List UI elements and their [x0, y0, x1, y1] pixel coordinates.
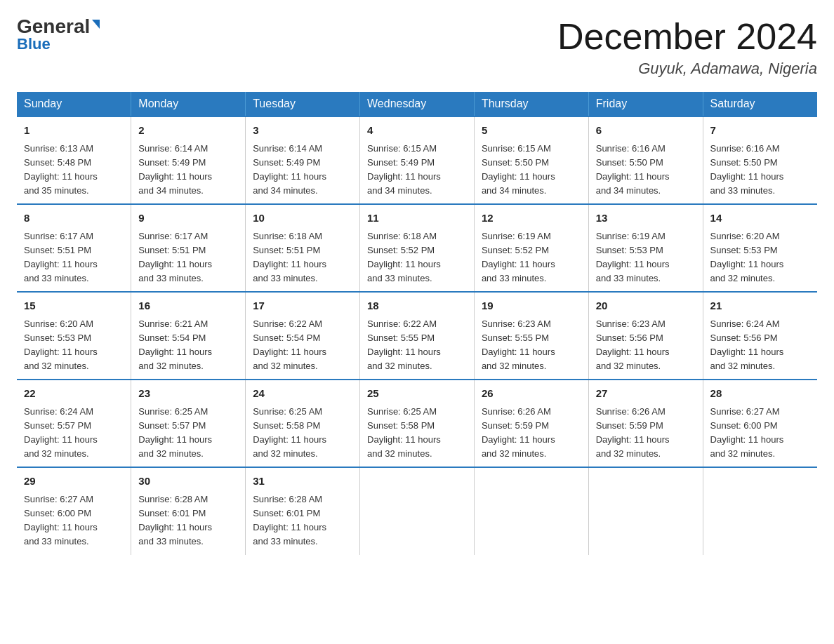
header-day-thursday: Thursday	[474, 92, 588, 116]
calendar-cell: 26Sunrise: 6:26 AMSunset: 5:59 PMDayligh…	[474, 380, 588, 467]
day-info: Sunrise: 6:17 AMSunset: 5:51 PMDaylight:…	[138, 229, 238, 286]
location-subtitle: Guyuk, Adamawa, Nigeria	[557, 60, 817, 78]
day-info: Sunrise: 6:20 AMSunset: 5:53 PMDaylight:…	[24, 317, 124, 374]
logo-blue: Blue	[17, 35, 51, 53]
page-header: General Blue December 2024 Guyuk, Adamaw…	[17, 17, 817, 78]
day-number: 13	[596, 210, 696, 227]
day-info: Sunrise: 6:19 AMSunset: 5:53 PMDaylight:…	[596, 229, 696, 286]
calendar-cell: 5Sunrise: 6:15 AMSunset: 5:50 PMDaylight…	[474, 116, 588, 204]
day-number: 28	[710, 386, 810, 402]
calendar-cell: 10Sunrise: 6:18 AMSunset: 5:51 PMDayligh…	[246, 204, 360, 292]
calendar-cell: 11Sunrise: 6:18 AMSunset: 5:52 PMDayligh…	[360, 204, 475, 292]
calendar-cell	[588, 467, 703, 554]
calendar-body: 1Sunrise: 6:13 AMSunset: 5:48 PMDaylight…	[17, 116, 817, 554]
day-number: 19	[482, 298, 581, 314]
day-number: 30	[138, 474, 238, 490]
day-number: 31	[253, 474, 352, 490]
day-number: 21	[710, 298, 810, 314]
calendar-cell: 15Sunrise: 6:20 AMSunset: 5:53 PMDayligh…	[17, 292, 131, 380]
day-info: Sunrise: 6:26 AMSunset: 5:59 PMDaylight:…	[596, 405, 696, 462]
day-number: 4	[367, 123, 467, 139]
day-info: Sunrise: 6:28 AMSunset: 6:01 PMDaylight:…	[253, 492, 352, 549]
day-number: 15	[24, 298, 124, 314]
calendar-cell: 9Sunrise: 6:17 AMSunset: 5:51 PMDaylight…	[131, 204, 246, 292]
header-day-tuesday: Tuesday	[246, 92, 360, 116]
day-number: 17	[253, 298, 352, 314]
calendar-cell	[360, 467, 475, 554]
day-info: Sunrise: 6:20 AMSunset: 5:53 PMDaylight:…	[710, 229, 810, 286]
day-info: Sunrise: 6:28 AMSunset: 6:01 PMDaylight:…	[138, 492, 238, 549]
week-row-1: 1Sunrise: 6:13 AMSunset: 5:48 PMDaylight…	[17, 116, 817, 204]
day-number: 16	[138, 298, 238, 314]
day-info: Sunrise: 6:22 AMSunset: 5:54 PMDaylight:…	[253, 317, 352, 374]
day-info: Sunrise: 6:21 AMSunset: 5:54 PMDaylight:…	[138, 317, 238, 374]
day-info: Sunrise: 6:14 AMSunset: 5:49 PMDaylight:…	[253, 142, 352, 199]
day-number: 27	[596, 386, 696, 402]
day-number: 24	[253, 386, 352, 402]
day-info: Sunrise: 6:24 AMSunset: 5:56 PMDaylight:…	[710, 317, 810, 374]
day-number: 12	[482, 210, 581, 227]
day-info: Sunrise: 6:25 AMSunset: 5:58 PMDaylight:…	[253, 405, 352, 462]
day-info: Sunrise: 6:13 AMSunset: 5:48 PMDaylight:…	[24, 142, 124, 199]
calendar-cell: 6Sunrise: 6:16 AMSunset: 5:50 PMDaylight…	[588, 116, 703, 204]
calendar-cell: 24Sunrise: 6:25 AMSunset: 5:58 PMDayligh…	[246, 380, 360, 467]
day-info: Sunrise: 6:27 AMSunset: 6:00 PMDaylight:…	[24, 492, 124, 549]
day-number: 11	[367, 210, 467, 227]
day-number: 26	[482, 386, 581, 402]
calendar-cell: 3Sunrise: 6:14 AMSunset: 5:49 PMDaylight…	[246, 116, 360, 204]
day-info: Sunrise: 6:17 AMSunset: 5:51 PMDaylight:…	[24, 229, 124, 286]
day-number: 29	[24, 474, 124, 490]
header-day-friday: Friday	[588, 92, 703, 116]
week-row-3: 15Sunrise: 6:20 AMSunset: 5:53 PMDayligh…	[17, 292, 817, 380]
calendar-table: SundayMondayTuesdayWednesdayThursdayFrid…	[17, 92, 817, 554]
day-number: 23	[138, 386, 238, 402]
calendar-cell: 29Sunrise: 6:27 AMSunset: 6:00 PMDayligh…	[17, 467, 131, 554]
calendar-cell: 31Sunrise: 6:28 AMSunset: 6:01 PMDayligh…	[246, 467, 360, 554]
day-info: Sunrise: 6:18 AMSunset: 5:52 PMDaylight:…	[367, 229, 467, 286]
day-info: Sunrise: 6:24 AMSunset: 5:57 PMDaylight:…	[24, 405, 124, 462]
calendar-cell: 27Sunrise: 6:26 AMSunset: 5:59 PMDayligh…	[588, 380, 703, 467]
day-info: Sunrise: 6:23 AMSunset: 5:56 PMDaylight:…	[596, 317, 696, 374]
calendar-cell: 7Sunrise: 6:16 AMSunset: 5:50 PMDaylight…	[703, 116, 817, 204]
calendar-cell: 13Sunrise: 6:19 AMSunset: 5:53 PMDayligh…	[588, 204, 703, 292]
calendar-cell: 19Sunrise: 6:23 AMSunset: 5:55 PMDayligh…	[474, 292, 588, 380]
day-info: Sunrise: 6:22 AMSunset: 5:55 PMDaylight:…	[367, 317, 467, 374]
calendar-cell: 25Sunrise: 6:25 AMSunset: 5:58 PMDayligh…	[360, 380, 475, 467]
logo-triangle-icon	[92, 20, 100, 29]
title-section: December 2024 Guyuk, Adamawa, Nigeria	[557, 17, 817, 78]
calendar-cell: 1Sunrise: 6:13 AMSunset: 5:48 PMDaylight…	[17, 116, 131, 204]
calendar-cell: 20Sunrise: 6:23 AMSunset: 5:56 PMDayligh…	[588, 292, 703, 380]
day-number: 20	[596, 298, 696, 314]
header-day-saturday: Saturday	[703, 92, 817, 116]
day-info: Sunrise: 6:18 AMSunset: 5:51 PMDaylight:…	[253, 229, 352, 286]
logo-general: General	[17, 17, 90, 36]
header-row: SundayMondayTuesdayWednesdayThursdayFrid…	[17, 92, 817, 116]
day-number: 7	[710, 123, 810, 139]
day-info: Sunrise: 6:27 AMSunset: 6:00 PMDaylight:…	[710, 405, 810, 462]
calendar-cell: 21Sunrise: 6:24 AMSunset: 5:56 PMDayligh…	[703, 292, 817, 380]
calendar-cell	[474, 467, 588, 554]
calendar-cell: 18Sunrise: 6:22 AMSunset: 5:55 PMDayligh…	[360, 292, 475, 380]
week-row-2: 8Sunrise: 6:17 AMSunset: 5:51 PMDaylight…	[17, 204, 817, 292]
day-info: Sunrise: 6:23 AMSunset: 5:55 PMDaylight:…	[482, 317, 581, 374]
calendar-cell: 2Sunrise: 6:14 AMSunset: 5:49 PMDaylight…	[131, 116, 246, 204]
day-info: Sunrise: 6:16 AMSunset: 5:50 PMDaylight:…	[710, 142, 810, 199]
calendar-cell: 8Sunrise: 6:17 AMSunset: 5:51 PMDaylight…	[17, 204, 131, 292]
day-number: 2	[138, 123, 238, 139]
day-info: Sunrise: 6:19 AMSunset: 5:52 PMDaylight:…	[482, 229, 581, 286]
day-number: 10	[253, 210, 352, 227]
day-info: Sunrise: 6:16 AMSunset: 5:50 PMDaylight:…	[596, 142, 696, 199]
calendar-cell: 23Sunrise: 6:25 AMSunset: 5:57 PMDayligh…	[131, 380, 246, 467]
day-number: 8	[24, 210, 124, 227]
calendar-cell: 16Sunrise: 6:21 AMSunset: 5:54 PMDayligh…	[131, 292, 246, 380]
day-info: Sunrise: 6:26 AMSunset: 5:59 PMDaylight:…	[482, 405, 581, 462]
calendar-cell: 30Sunrise: 6:28 AMSunset: 6:01 PMDayligh…	[131, 467, 246, 554]
day-number: 3	[253, 123, 352, 139]
header-day-sunday: Sunday	[17, 92, 131, 116]
day-number: 6	[596, 123, 696, 139]
calendar-cell: 12Sunrise: 6:19 AMSunset: 5:52 PMDayligh…	[474, 204, 588, 292]
day-number: 25	[367, 386, 467, 402]
month-title: December 2024	[557, 17, 817, 57]
calendar-cell: 14Sunrise: 6:20 AMSunset: 5:53 PMDayligh…	[703, 204, 817, 292]
day-number: 9	[138, 210, 238, 227]
